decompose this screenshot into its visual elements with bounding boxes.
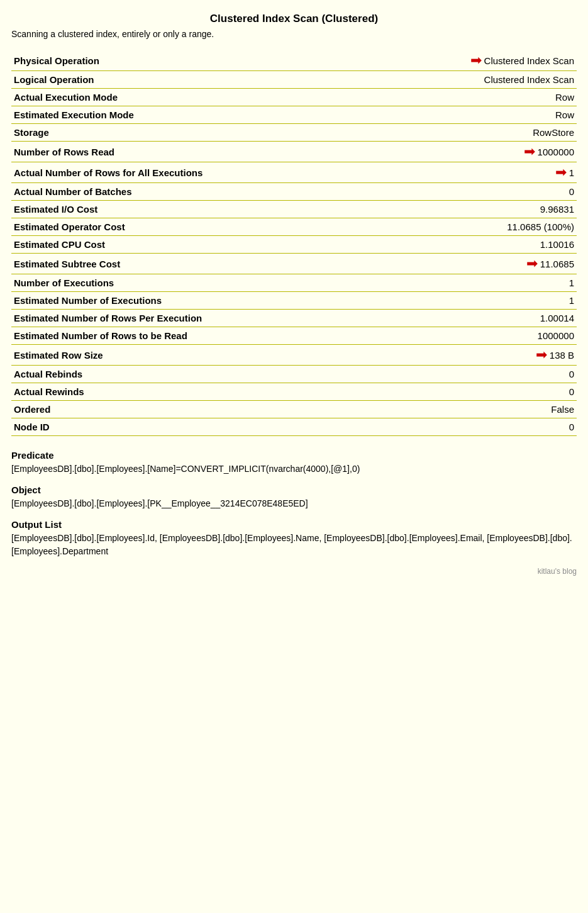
section-label: Output List (11, 519, 577, 530)
property-name: Actual Rewinds (11, 383, 322, 401)
property-value: 0 (322, 183, 577, 201)
property-value: Row (322, 106, 577, 124)
property-name: Estimated I/O Cost (11, 201, 322, 218)
property-value: ➡11.0685 (322, 254, 577, 274)
properties-table: Physical Operation➡Clustered Index ScanL… (11, 50, 577, 436)
red-arrow-icon: ➡ (555, 165, 567, 179)
table-row: Estimated Number of Rows to be Read10000… (11, 327, 577, 345)
property-value: 1.10016 (322, 236, 577, 254)
property-value: 9.96831 (322, 201, 577, 218)
property-value: False (322, 401, 577, 418)
property-value: 11.0685 (100%) (322, 218, 577, 236)
table-row: OrderedFalse (11, 401, 577, 418)
property-name: Estimated Execution Mode (11, 106, 322, 124)
table-row: Node ID0 (11, 418, 577, 436)
section-content: [EmployeesDB].[dbo].[Employees].Id, [Emp… (11, 532, 577, 558)
section-block: Object[EmployeesDB].[dbo].[Employees].[P… (11, 485, 577, 510)
section-content: [EmployeesDB].[dbo].[Employees].[Name]=C… (11, 462, 577, 476)
table-row: Estimated Operator Cost11.0685 (100%) (11, 218, 577, 236)
table-row: Number of Rows Read➡1000000 (11, 142, 577, 162)
property-value: ➡1000000 (322, 142, 577, 162)
property-value: 1 (322, 274, 577, 292)
property-value: Clustered Index Scan (322, 71, 577, 89)
table-row: Actual Execution ModeRow (11, 89, 577, 106)
property-name: Number of Rows Read (11, 142, 322, 162)
table-row: Actual Rebinds0 (11, 366, 577, 383)
section-content: [EmployeesDB].[dbo].[Employees].[PK__Emp… (11, 497, 577, 510)
property-name: Estimated Operator Cost (11, 218, 322, 236)
section-block: Output List[EmployeesDB].[dbo].[Employee… (11, 519, 577, 558)
section-label: Predicate (11, 450, 577, 461)
table-row: Physical Operation➡Clustered Index Scan (11, 50, 577, 71)
table-row: Estimated Number of Rows Per Execution1.… (11, 310, 577, 327)
property-name: Estimated Number of Rows to be Read (11, 327, 322, 345)
property-name: Physical Operation (11, 50, 322, 71)
property-name: Storage (11, 124, 322, 142)
table-row: Logical OperationClustered Index Scan (11, 71, 577, 89)
table-row: Actual Number of Rows for All Executions… (11, 162, 577, 183)
property-value: Row (322, 89, 577, 106)
red-arrow-icon: ➡ (470, 53, 482, 67)
table-row: Actual Number of Batches0 (11, 183, 577, 201)
property-name: Estimated Subtree Cost (11, 254, 322, 274)
property-value: ➡138 B (322, 345, 577, 366)
section-label: Object (11, 485, 577, 495)
property-name: Number of Executions (11, 274, 322, 292)
section-block: Predicate[EmployeesDB].[dbo].[Employees]… (11, 450, 577, 476)
footer-credit: kitlau's blog (11, 567, 577, 576)
red-arrow-icon: ➡ (526, 257, 538, 271)
property-name: Actual Rebinds (11, 366, 322, 383)
table-row: Actual Rewinds0 (11, 383, 577, 401)
property-name: Ordered (11, 401, 322, 418)
property-name: Actual Number of Batches (11, 183, 322, 201)
table-row: Estimated CPU Cost1.10016 (11, 236, 577, 254)
property-value: 1.00014 (322, 310, 577, 327)
property-name: Estimated CPU Cost (11, 236, 322, 254)
table-row: StorageRowStore (11, 124, 577, 142)
table-row: Estimated I/O Cost9.96831 (11, 201, 577, 218)
property-name: Logical Operation (11, 71, 322, 89)
property-value: 0 (322, 366, 577, 383)
property-value: 0 (322, 418, 577, 436)
property-value: ➡1 (322, 162, 577, 183)
red-arrow-icon: ➡ (524, 145, 535, 159)
property-value: ➡Clustered Index Scan (322, 50, 577, 71)
property-name: Actual Number of Rows for All Executions (11, 162, 322, 183)
property-value: 0 (322, 383, 577, 401)
table-row: Estimated Execution ModeRow (11, 106, 577, 124)
property-value: 1000000 (322, 327, 577, 345)
property-name: Estimated Number of Rows Per Execution (11, 310, 322, 327)
property-name: Node ID (11, 418, 322, 436)
table-row: Estimated Number of Executions1 (11, 292, 577, 310)
red-arrow-icon: ➡ (536, 348, 547, 362)
property-name: Actual Execution Mode (11, 89, 322, 106)
page-subtitle: Scanning a clustered index, entirely or … (11, 29, 577, 39)
property-value: RowStore (322, 124, 577, 142)
property-name: Estimated Row Size (11, 345, 322, 366)
table-row: Estimated Subtree Cost➡11.0685 (11, 254, 577, 274)
table-row: Estimated Row Size➡138 B (11, 345, 577, 366)
property-value: 1 (322, 292, 577, 310)
property-name: Estimated Number of Executions (11, 292, 322, 310)
page-title: Clustered Index Scan (Clustered) (11, 13, 577, 25)
table-row: Number of Executions1 (11, 274, 577, 292)
